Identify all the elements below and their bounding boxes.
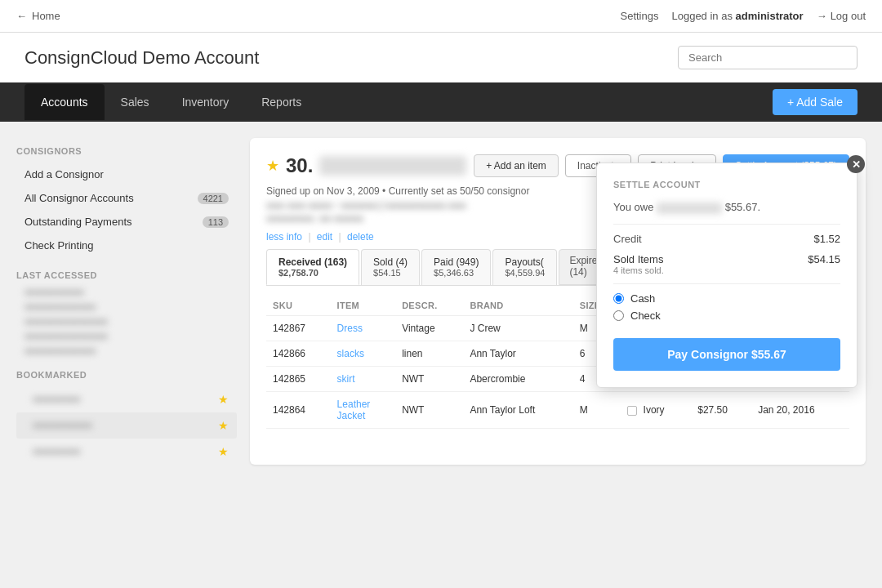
logout-button[interactable]: → Log out bbox=[817, 10, 866, 22]
top-bar-right: Settings Logged in as administrator → Lo… bbox=[620, 10, 866, 22]
settle-sold-row: Sold Items 4 items sold. $54.15 bbox=[613, 253, 840, 275]
tab-received-label: Received (163) bbox=[278, 256, 347, 268]
tab-paid[interactable]: Paid (949) $5,346.63 bbox=[421, 249, 491, 285]
cell-sku: 142866 bbox=[266, 341, 331, 367]
all-accounts-badge: 4221 bbox=[198, 193, 229, 204]
cell-item: Dress bbox=[331, 316, 396, 341]
settings-link[interactable]: Settings bbox=[620, 10, 658, 22]
cell-item: LeatherJacket bbox=[331, 392, 396, 429]
last-accessed-3[interactable]: ■■■■■■■■■■■■■■ bbox=[24, 316, 229, 327]
add-item-button[interactable]: + Add an item bbox=[474, 154, 559, 177]
cell-price: $27.50 bbox=[691, 392, 751, 429]
add-consignor-label: Add a Consignor bbox=[24, 168, 104, 180]
col-descr: DESCR. bbox=[395, 296, 463, 316]
cell-item: slacks bbox=[331, 341, 396, 367]
nav-tab-sales[interactable]: Sales bbox=[105, 84, 166, 120]
tab-received[interactable]: Received (163) $2,758.70 bbox=[266, 249, 359, 285]
tab-expired-count: (14) bbox=[569, 266, 586, 278]
settle-credit-value: $1.52 bbox=[813, 233, 840, 245]
logged-in-prefix: Logged in as bbox=[671, 10, 735, 22]
bookmark-star-3: ★ bbox=[218, 445, 229, 458]
bookmark-star-1: ★ bbox=[218, 393, 229, 406]
tab-payouts-amount: $4,559.94 bbox=[505, 268, 545, 278]
cell-brand: Ann Taylor Loft bbox=[463, 392, 572, 429]
last-accessed-title: LAST ACCESSED bbox=[16, 270, 237, 280]
last-accessed-4[interactable]: ■■■■■■■■■■■■■■ bbox=[24, 331, 229, 342]
top-bar: ← Home Settings Logged in as administrat… bbox=[0, 0, 882, 33]
delete-link[interactable]: delete bbox=[347, 231, 374, 243]
account-title-area: ★ 30. bbox=[266, 154, 466, 177]
settle-sold-sub: 4 items sold. bbox=[613, 265, 664, 275]
tab-sold-amount: $54.15 bbox=[373, 268, 408, 278]
item-link-dress[interactable]: Dress bbox=[337, 323, 363, 334]
search-input[interactable] bbox=[678, 46, 858, 69]
cash-label: Cash bbox=[630, 292, 655, 305]
item-link-leather-jacket[interactable]: LeatherJacket bbox=[337, 399, 371, 421]
last-accessed-2[interactable]: ■■■■■■■■■■■■ bbox=[24, 301, 229, 313]
sidebar: CONSIGNORS Add a Consignor All Consignor… bbox=[16, 138, 237, 465]
tab-sold[interactable]: Sold (4) $54.15 bbox=[361, 249, 420, 285]
bookmarked-item-1[interactable]: ■■■■■■■■ ★ bbox=[16, 386, 237, 412]
outstanding-label: Outstanding Payments bbox=[24, 216, 132, 228]
cell-descr: NWT bbox=[395, 367, 463, 392]
home-icon: ← bbox=[16, 10, 27, 22]
settle-modal-title: SETTLE ACCOUNT bbox=[613, 180, 840, 189]
tab-paid-count: (949) bbox=[456, 256, 479, 268]
last-accessed-1[interactable]: ■■■■■■■■■■ bbox=[24, 287, 229, 298]
settle-cash-row: Cash bbox=[613, 292, 840, 305]
nav-tab-accounts[interactable]: Accounts bbox=[24, 84, 105, 120]
sidebar-item-all-accounts[interactable]: All Consignor Accounts 4221 bbox=[16, 186, 237, 210]
cell-sku: 142867 bbox=[266, 316, 331, 341]
cell-item: skirt bbox=[331, 367, 396, 392]
separator-2: | bbox=[339, 231, 344, 243]
item-link-slacks[interactable]: slacks bbox=[337, 348, 364, 359]
pay-consignor-button[interactable]: Pay Consignor $55.67 bbox=[613, 338, 840, 371]
settle-owe-prefix: You owe bbox=[613, 201, 653, 213]
sidebar-item-outstanding[interactable]: Outstanding Payments 113 bbox=[16, 210, 237, 234]
bookmarked-title: BOOKMARKED bbox=[16, 370, 237, 380]
settle-sold-label: Sold Items bbox=[613, 253, 664, 265]
nav-tab-reports[interactable]: Reports bbox=[245, 84, 318, 120]
tab-sold-label: Sold (4) bbox=[373, 256, 408, 268]
account-number: 30. bbox=[286, 154, 313, 177]
check-radio[interactable] bbox=[613, 310, 624, 321]
tab-received-count: (163) bbox=[324, 256, 347, 268]
settle-close-button[interactable]: ✕ bbox=[847, 155, 865, 173]
sidebar-item-check-printing[interactable]: Check Printing bbox=[16, 234, 237, 257]
edit-link[interactable]: edit bbox=[317, 231, 332, 243]
nav-tab-inventory[interactable]: Inventory bbox=[166, 84, 246, 120]
settle-owe-line: You owe $55.67. bbox=[613, 201, 840, 214]
account-name bbox=[319, 156, 466, 176]
bookmarked-item-3[interactable]: ■■■■■■■■ ★ bbox=[16, 439, 237, 465]
sidebar-item-add-consignor[interactable]: Add a Consignor bbox=[16, 163, 237, 186]
bookmarked-item-2[interactable]: ■■■■■■■■■■ ★ bbox=[16, 412, 237, 439]
bookmarked-name-3: ■■■■■■■■ bbox=[33, 446, 80, 457]
settle-modal: ✕ SETTLE ACCOUNT You owe $55.67. Credit … bbox=[596, 163, 858, 388]
admin-name: administrator bbox=[736, 10, 804, 22]
settle-credit-label: Credit bbox=[613, 233, 642, 245]
col-brand: BRAND bbox=[463, 296, 572, 316]
settle-owe-name bbox=[657, 203, 722, 214]
consignors-section-title: CONSIGNORS bbox=[16, 146, 237, 156]
item-link-skirt[interactable]: skirt bbox=[337, 373, 355, 385]
less-info-link[interactable]: less info bbox=[266, 231, 302, 243]
settle-sold-info: Sold Items 4 items sold. bbox=[613, 253, 664, 275]
last-accessed-5[interactable]: ■■■■■■■■■■■■ bbox=[24, 345, 229, 357]
bookmark-star-2: ★ bbox=[218, 419, 229, 432]
account-star[interactable]: ★ bbox=[266, 157, 279, 175]
settle-check-row: Check bbox=[613, 310, 840, 322]
cell-size: M bbox=[573, 392, 621, 429]
settle-credit-row: Credit $1.52 bbox=[613, 233, 840, 245]
cell-brand: Abercrombie bbox=[463, 367, 572, 392]
tab-payouts[interactable]: Payouts( $4,559.94 bbox=[492, 249, 557, 285]
cell-descr: linen bbox=[395, 341, 463, 367]
home-link[interactable]: ← Home bbox=[16, 10, 60, 22]
add-sale-button[interactable]: + Add Sale bbox=[773, 89, 858, 115]
tab-paid-amount: $5,346.63 bbox=[434, 268, 479, 278]
bookmarked-name-1: ■■■■■■■■ bbox=[33, 394, 80, 405]
tab-paid-label: Paid (949) bbox=[434, 256, 479, 268]
home-label: Home bbox=[32, 10, 60, 22]
cash-radio[interactable] bbox=[613, 293, 624, 304]
cell-sku: 142865 bbox=[266, 367, 331, 392]
check-printing-label: Check Printing bbox=[24, 239, 94, 252]
